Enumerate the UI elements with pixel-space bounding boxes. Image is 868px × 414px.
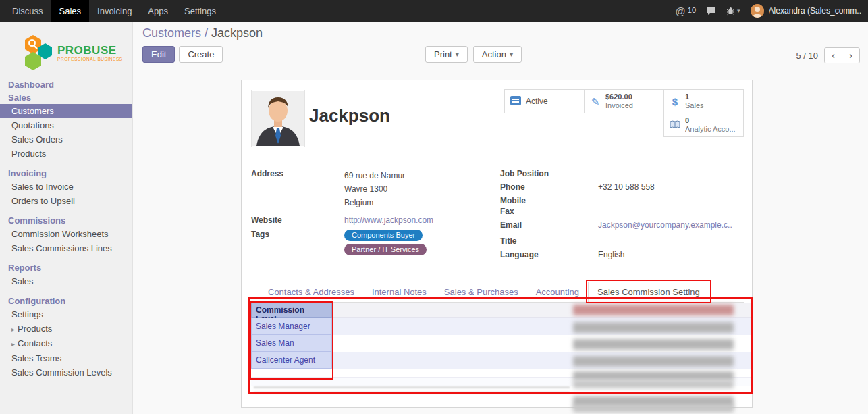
tab-accounting[interactable]: Accounting (527, 282, 588, 302)
breadcrumb: Customers / Jackpson (142, 26, 263, 41)
user-avatar (751, 4, 764, 18)
notebook-tabs: Contacts & Addresses Internal Notes Sale… (251, 281, 744, 303)
invoiced-value: $620.00 (605, 93, 633, 101)
main-content: Customers / Jackpson Edit Create Print ▾… (133, 22, 868, 414)
commission-level-cell[interactable]: Sales Manager (251, 318, 332, 335)
menu-discuss[interactable]: Discuss (4, 0, 51, 22)
sidebar-item-config-contacts[interactable]: ▸Contacts (0, 336, 132, 351)
caret-down-icon: ▾ (510, 51, 513, 58)
email-label: Email (500, 220, 598, 230)
sidebar-heading-reports[interactable]: Reports (0, 261, 132, 274)
sidebar-item-sales-orders[interactable]: Sales Orders (0, 132, 132, 147)
tab-sales-purchases[interactable]: Sales & Purchases (435, 282, 527, 302)
pager: 5 / 10 ‹ › (796, 47, 860, 63)
edit-button[interactable]: Edit (142, 46, 175, 63)
menu-settings[interactable]: Settings (176, 0, 224, 22)
bug-icon (726, 7, 735, 16)
action-buttons: Print ▾ Action ▾ (425, 46, 522, 63)
mentions-button[interactable]: @ 10 (676, 6, 696, 16)
address-line-2: Wavre 1300 (344, 182, 405, 196)
pager-previous-button[interactable]: ‹ (824, 47, 842, 63)
invoiced-label: Invoiced (605, 101, 633, 110)
messages-button[interactable] (706, 6, 716, 16)
user-menu[interactable]: Alexandra (Sales_comm.. (751, 4, 861, 18)
redacted-block (573, 305, 734, 315)
probuse-hexagons-icon (24, 34, 53, 71)
sidebar-item-sales-to-invoice[interactable]: Sales to Invoice (0, 180, 132, 194)
sidebar-heading-configuration[interactable]: Configuration (0, 294, 132, 307)
sales-count-value: 1 (685, 93, 704, 101)
sidebar-item-products[interactable]: Products (0, 147, 132, 161)
phone-value: +32 10 588 558 (598, 182, 655, 192)
menu-sales[interactable]: Sales (51, 0, 90, 22)
debug-menu-button[interactable]: ▾ (726, 7, 740, 16)
form-buttons: Edit Create (142, 46, 223, 63)
commission-level-cell[interactable]: Sales Man (251, 335, 332, 352)
sidebar-heading-commissions[interactable]: Commissions (0, 214, 132, 227)
print-button[interactable]: Print ▾ (425, 46, 468, 63)
active-toggle-button[interactable]: Active (504, 89, 585, 113)
sidebar-item-sales-commissions-lines[interactable]: Sales Commissions Lines (0, 241, 132, 255)
logo-title: PROBUSE (57, 45, 123, 57)
website-link[interactable]: http://www.jackpson.com (344, 215, 433, 225)
fields-right-column: Job Position Phone +32 10 588 558 Mobile… (500, 169, 744, 261)
customer-form-sheet: Jackpson Active ✎ $620.00 Invoiced (241, 80, 753, 408)
title-label: Title (500, 236, 598, 247)
commission-table: Commission Level Sales Manager Sales Man… (251, 303, 751, 386)
sidebar-heading-sales[interactable]: Sales (0, 91, 132, 104)
sidebar-item-sales-commission-levels[interactable]: Sales Commission Levels (0, 365, 132, 380)
redacted-block (573, 322, 734, 333)
sidebar-item-quotations[interactable]: Quotations (0, 118, 132, 132)
sidebar-item-settings[interactable]: Settings (0, 307, 132, 321)
person-photo-icon (252, 91, 304, 146)
sidebar-item-customers[interactable]: Customers (0, 104, 132, 118)
phone-label: Phone (500, 182, 598, 192)
tag-partner-it-services[interactable]: Partner / IT Services (344, 244, 427, 255)
job-position-label: Job Position (500, 169, 598, 179)
tab-sales-commission-setting[interactable]: Sales Commission Setting (588, 282, 709, 303)
email-link[interactable]: Jackpson@yourcompany.example.c.. (598, 220, 732, 230)
customer-photo[interactable] (251, 90, 305, 147)
analytic-count-label: Analytic Acco... (685, 125, 736, 134)
tab-internal-notes[interactable]: Internal Notes (363, 282, 435, 302)
redacted-line (254, 392, 570, 394)
sidebar-heading-dashboard[interactable]: Dashboard (0, 78, 132, 91)
logo-text: PROBUSE PROFESSIONAL BUSINESS (57, 45, 123, 61)
caret-right-icon: ▸ (11, 340, 15, 348)
create-button[interactable]: Create (179, 46, 223, 63)
redacted-line (254, 386, 570, 388)
breadcrumb-customers[interactable]: Customers (142, 26, 201, 40)
caret-down-icon: ▾ (737, 7, 740, 14)
invoiced-stat-button[interactable]: ✎ $620.00 Invoiced (584, 89, 664, 113)
sidebar-heading-invoicing[interactable]: Invoicing (0, 167, 132, 180)
main-menu: Discuss Sales Invoicing Apps Settings (0, 0, 224, 22)
tags-value: Components Buyer Partner / IT Services (344, 230, 427, 255)
sidebar-item-reports-sales[interactable]: Sales (0, 274, 132, 288)
fax-label: Fax (500, 207, 598, 217)
sidebar-item-sales-teams[interactable]: Sales Teams (0, 351, 132, 365)
menu-invoicing[interactable]: Invoicing (89, 0, 140, 22)
sidebar-item-config-products[interactable]: ▸Products (0, 321, 132, 336)
action-button[interactable]: Action ▾ (473, 46, 522, 63)
mobile-label: Mobile (500, 196, 598, 206)
action-button-label: Action (482, 49, 506, 59)
tab-contacts-addresses[interactable]: Contacts & Addresses (259, 282, 363, 302)
redacted-block (573, 380, 734, 388)
sidebar-item-commission-worksheets[interactable]: Commission Worksheets (0, 227, 132, 241)
print-button-label: Print (434, 49, 452, 59)
commission-level-cell[interactable]: Callcenter Agent (251, 352, 332, 369)
analytic-accounts-stat-button[interactable]: 0 Analytic Acco... (663, 113, 744, 137)
commission-level-header[interactable]: Commission Level (251, 303, 332, 318)
fields-left-column: Address 69 rue de Namur Wavre 1300 Belgi… (251, 169, 484, 255)
redacted-block (573, 405, 734, 413)
analytic-count-value: 0 (685, 116, 736, 125)
sales-stat-button[interactable]: $ 1 Sales (663, 89, 744, 113)
mention-count: 10 (688, 6, 696, 14)
sidebar-item-orders-to-upsell[interactable]: Orders to Upsell (0, 194, 132, 208)
tag-components-buyer[interactable]: Components Buyer (344, 230, 423, 241)
sidebar: PROBUSE PROFESSIONAL BUSINESS Dashboard … (0, 22, 133, 414)
menu-apps[interactable]: Apps (140, 0, 176, 22)
pager-next-button[interactable]: › (842, 47, 860, 63)
chat-bubble-icon (706, 6, 716, 16)
address-value: 69 rue de Namur Wavre 1300 Belgium (344, 169, 405, 209)
